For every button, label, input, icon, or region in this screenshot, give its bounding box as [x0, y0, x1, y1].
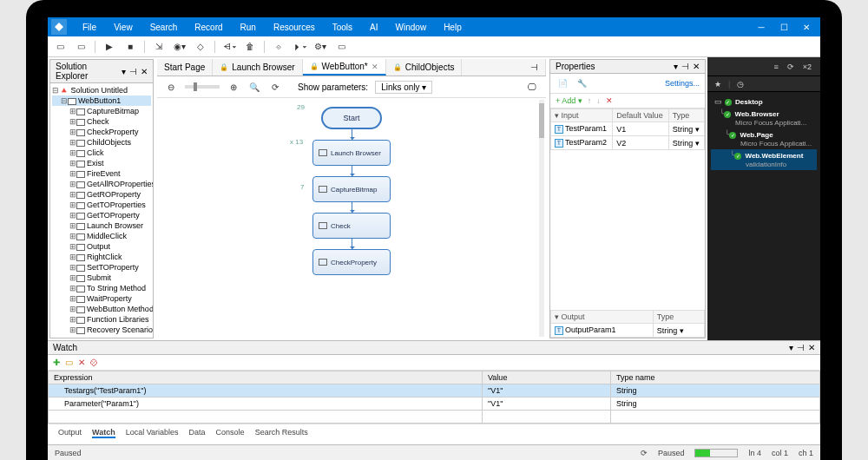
tree-item[interactable]: ⊞GetTOProperty: [52, 210, 151, 220]
menu-search[interactable]: Search: [141, 23, 187, 32]
move-up-icon[interactable]: ↑: [588, 96, 592, 105]
tree-item[interactable]: ⊞Check: [52, 116, 151, 127]
sync-icon[interactable]: ⟳: [641, 449, 648, 457]
editor-tab[interactable]: 🔒Launch Browser: [213, 59, 302, 76]
bottom-tab[interactable]: Local Variables: [126, 428, 179, 438]
new-icon[interactable]: ▭: [53, 40, 67, 54]
refresh-icon[interactable]: ⟳: [268, 80, 282, 94]
zoom-fit-icon[interactable]: ⊕: [227, 80, 240, 94]
flow-canvas[interactable]: 29 Start x 13 Launch Browser 7 CaptureBi…: [157, 98, 546, 338]
delete-icon[interactable]: 🗑: [243, 40, 257, 54]
bottom-tab[interactable]: Data: [189, 428, 206, 438]
star-icon[interactable]: ★: [714, 80, 721, 89]
maximize-button[interactable]: ☐: [773, 19, 794, 35]
debug-icon[interactable]: ⟐: [272, 40, 286, 54]
tree-item[interactable]: ⊞CheckProperty: [52, 127, 151, 137]
clock-icon[interactable]: ◷: [737, 80, 744, 89]
dropdown-icon[interactable]: ▾: [789, 343, 793, 352]
pin-icon[interactable]: ⊣: [523, 59, 546, 76]
flow-step[interactable]: CheckProperty: [312, 249, 391, 275]
menu-help[interactable]: Help: [435, 23, 470, 32]
screen-icon[interactable]: 🖵: [525, 80, 539, 94]
pin-icon[interactable]: ⊣: [681, 62, 689, 71]
spy-icon[interactable]: ◇: [194, 40, 207, 54]
tree-item[interactable]: ⊞RightClick: [52, 252, 151, 262]
editor-tab[interactable]: 🔒WebButton* ✕: [303, 59, 386, 76]
minimize-button[interactable]: ─: [751, 19, 772, 35]
tree-item[interactable]: ⊞Function Libraries: [52, 314, 151, 325]
tree-item[interactable]: ⊞Submit: [52, 273, 151, 283]
tree-item[interactable]: ⊞Click: [52, 148, 151, 158]
tree-item[interactable]: ⊞MiddleClick: [52, 231, 151, 241]
object-node[interactable]: ╰✓ Web.BrowserMicro Focus Applicati...: [711, 108, 817, 128]
zoom-slider[interactable]: [185, 85, 220, 89]
dropdown-icon[interactable]: ▾: [674, 62, 678, 71]
pin-icon[interactable]: ⊣: [129, 67, 137, 76]
bottom-tab[interactable]: Output: [58, 428, 82, 438]
settings-icon[interactable]: ⚙▾: [313, 40, 327, 54]
step-icon[interactable]: ⏵▾: [293, 40, 306, 54]
object-tree[interactable]: ▭ ✓ Desktop╰✓ Web.BrowserMicro Focus App…: [707, 92, 820, 174]
run-icon[interactable]: ▶: [102, 40, 116, 54]
record-icon[interactable]: ◉▾: [173, 40, 187, 54]
menu-window[interactable]: Window: [387, 23, 436, 32]
settings-link[interactable]: Settings...: [665, 79, 700, 88]
pin-icon[interactable]: ⊣: [797, 343, 805, 352]
tree-item[interactable]: ⊞GetTOProperties: [52, 200, 151, 210]
tree-item[interactable]: ⊞WebButton Methods: [52, 304, 151, 314]
output-params-table[interactable]: ▾ OutputType TOutputParam1String ▾: [550, 310, 705, 338]
close-panel-icon[interactable]: ✕: [808, 343, 815, 352]
tree-item[interactable]: ⊞Recovery Scenarios: [52, 325, 151, 335]
tree-item[interactable]: ⊞FireEvent: [52, 168, 151, 179]
flow-step[interactable]: Check: [312, 213, 391, 239]
tree-item[interactable]: ⊞SetTOProperty: [52, 262, 151, 273]
prop-icon[interactable]: 📄: [556, 76, 569, 90]
menu-view[interactable]: View: [105, 23, 141, 32]
editor-tab[interactable]: Start Page: [157, 59, 213, 76]
window-icon[interactable]: ▭: [334, 40, 348, 54]
tree-item[interactable]: ⊞Launch Browser: [52, 220, 151, 231]
close-button[interactable]: ✕: [796, 19, 817, 35]
add-watch-icon[interactable]: ✚: [53, 358, 60, 367]
bottom-tab[interactable]: Search Results: [255, 428, 308, 438]
menu-record[interactable]: Record: [186, 23, 231, 32]
zoom-out-icon[interactable]: ⊖: [164, 80, 178, 94]
flow-step[interactable]: CaptureBitmap: [312, 176, 391, 202]
solution-tree[interactable]: ⊟🔺 Solution Untitled ⊟WebButton1 ⊞Captur…: [50, 83, 153, 338]
delete-all-watch-icon[interactable]: ⛒: [90, 358, 99, 367]
stop-icon[interactable]: ■: [123, 40, 137, 54]
bottom-tab[interactable]: Watch: [92, 428, 115, 438]
step-into-icon[interactable]: ⇲: [152, 40, 166, 54]
tree-item[interactable]: ⊞WaitProperty: [52, 293, 151, 304]
menu-ai[interactable]: AI: [361, 23, 386, 32]
menu-icon[interactable]: ≡: [773, 62, 778, 71]
dropdown-icon[interactable]: ▾: [122, 67, 126, 76]
close-panel-icon[interactable]: ✕: [141, 67, 148, 76]
menu-run[interactable]: Run: [232, 23, 265, 32]
prop-wrench-icon[interactable]: 🔧: [575, 76, 589, 90]
delete-watch-icon[interactable]: ✕: [78, 358, 85, 367]
menu-tools[interactable]: Tools: [324, 23, 361, 32]
move-down-icon[interactable]: ↓: [596, 96, 601, 105]
close-panel-icon[interactable]: ✕: [693, 62, 700, 71]
tree-item[interactable]: ⊞Exist: [52, 158, 151, 168]
input-params-table[interactable]: ▾ InputDefault ValueType TTestParam1V1St…: [550, 108, 705, 150]
tree-item[interactable]: ⊞ChildObjects: [52, 137, 151, 148]
tree-item[interactable]: ⊞GetAllROProperties: [52, 179, 151, 189]
toolbox-icon[interactable]: ⩤▾: [222, 40, 236, 54]
flow-step[interactable]: Launch Browser: [312, 140, 391, 166]
flow-start-node[interactable]: Start: [321, 107, 382, 129]
zoom-in-icon[interactable]: 🔍: [247, 80, 261, 94]
tree-item[interactable]: ⊞Output: [52, 241, 151, 252]
delete-param-icon[interactable]: ✕: [606, 96, 613, 105]
tree-item[interactable]: ⊞GetROProperty: [52, 189, 151, 200]
menu-resources[interactable]: Resources: [265, 23, 324, 32]
capture-icon[interactable]: ⟳: [787, 62, 794, 71]
params-filter-dropdown[interactable]: Links only ▾: [375, 81, 432, 94]
menu-file[interactable]: File: [74, 23, 105, 32]
tree-item[interactable]: ⊞CaptureBitmap: [52, 106, 151, 116]
tree-item[interactable]: ⊞To String Method: [52, 283, 151, 293]
watch-table[interactable]: ExpressionValueType name Testargs("TestP…: [48, 371, 820, 424]
edit-watch-icon[interactable]: ▭: [65, 358, 73, 367]
add-param-button[interactable]: + Add ▾: [556, 96, 582, 105]
